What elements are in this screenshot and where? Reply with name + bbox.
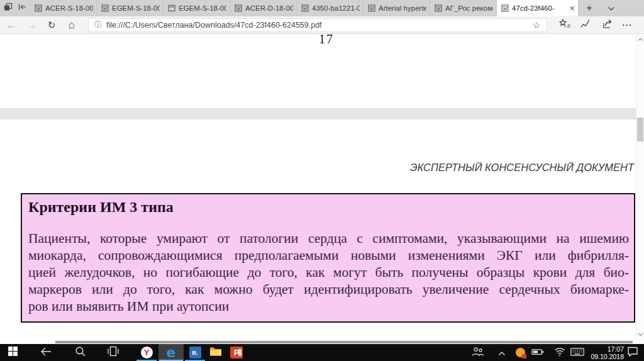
pdf-file-icon <box>435 4 442 12</box>
tab-list-menu-button[interactable] <box>600 0 623 16</box>
pdf-file-icon <box>501 4 509 12</box>
tray-show-hidden-icons-button[interactable] <box>493 344 511 361</box>
webpage-icon <box>168 4 175 12</box>
tabs-set-aside-list-button[interactable] <box>2 2 14 14</box>
yandex-browser-icon: Y <box>141 347 153 358</box>
address-bar-actions: ··· <box>555 19 638 31</box>
scroll-up-icon[interactable] <box>636 35 644 44</box>
tray-battery-button[interactable] <box>529 344 547 361</box>
file-explorer-folder-icon <box>209 347 222 359</box>
body-line: ров или выявить ИМ при аутопсии <box>28 298 629 315</box>
browser-tab[interactable]: ACER-D-18-0056 <box>230 0 297 16</box>
home-button[interactable]: ⌂ <box>62 19 82 31</box>
pdf-file-icon <box>101 4 109 12</box>
url-text[interactable]: file:///C:/Users/Светлана/Downloads/47cd… <box>106 21 526 30</box>
taskbar-back-button[interactable] <box>33 344 58 361</box>
refresh-button[interactable]: ↻ <box>42 19 62 31</box>
hub-star-list-icon <box>559 19 571 31</box>
url-field[interactable]: ⓘ file:///C:/Users/Светлана/Downloads/47… <box>88 18 547 32</box>
pdf-page-number: 17 <box>319 34 334 47</box>
chevron-down-icon <box>608 3 615 14</box>
keyboard-icon <box>570 347 584 358</box>
address-bar: ← → ↻ ⌂ ⓘ file:///C:/Users/Светлана/Down… <box>0 16 644 34</box>
body-line: миокарда, сопровождающимися предполагаем… <box>28 247 629 264</box>
app-notification-icon <box>516 348 525 357</box>
vk-icon: В. <box>189 347 201 358</box>
set-tabs-aside-button[interactable] <box>16 2 28 14</box>
hub-favorites-button[interactable] <box>555 19 575 31</box>
task-view-icon <box>107 346 119 359</box>
share-icon <box>601 19 613 31</box>
tabs-preview-icon <box>4 3 13 14</box>
forward-button[interactable]: → <box>21 19 42 30</box>
page-separator <box>0 108 636 119</box>
pdf-file-icon <box>35 4 42 12</box>
body-line: цией желудочков, но погибающие до того, … <box>28 264 629 281</box>
forward-arrow-icon: → <box>27 19 36 30</box>
pdf-file-icon <box>235 4 242 12</box>
taskbar-edge[interactable]: e <box>158 344 184 361</box>
tab-label: Arterial hypertens <box>379 4 426 12</box>
tab-label: АГ_Рос рекоменд <box>445 4 493 12</box>
tray-touch-keyboard-button[interactable] <box>569 344 586 361</box>
tab-label: EGEM-S-18-0032 <box>112 4 160 12</box>
battery-icon <box>531 347 544 358</box>
slide-glyph <box>238 349 242 356</box>
criteria-box-title: Критерии ИМ 3 типа <box>28 197 629 217</box>
search-icon <box>75 346 86 360</box>
back-arrow-icon <box>40 347 52 359</box>
settings-more-button[interactable]: ··· <box>617 19 638 31</box>
scroll-down-icon[interactable] <box>636 330 644 339</box>
browser-tab[interactable]: EGEM-S-18-0032 <box>164 0 230 16</box>
edge-browser-icon: e <box>167 346 176 360</box>
clock-date: 09.10.2018 <box>591 353 624 360</box>
taskbar-yandex-browser[interactable]: Y <box>134 344 159 361</box>
tab-label: ACER-D-18-0056 <box>245 4 293 12</box>
tab-label: 47cd-23f460- <box>512 4 565 12</box>
pdf-viewer: 17 ЭКСПЕРТНЫЙ КОНСЕНСУСНЫЙ ДОКУМЕНТ Крит… <box>0 34 644 344</box>
browser-tab[interactable]: 4350-ba1221-0be <box>297 0 364 16</box>
alert-badge <box>522 354 526 358</box>
powerpoint-icon: P <box>230 347 243 358</box>
tray-notification-app-button[interactable] <box>511 344 529 361</box>
more-dots-icon: ··· <box>623 20 633 30</box>
add-favorite-star-icon[interactable]: ☆ <box>526 20 547 30</box>
refresh-icon: ↻ <box>48 19 56 30</box>
set-aside-arrow-icon <box>18 3 27 14</box>
browser-tab[interactable]: ACER-S-18-00689 <box>30 0 97 16</box>
vertical-scrollbar-thumb[interactable] <box>637 118 643 142</box>
share-button[interactable] <box>596 19 617 31</box>
wifi-icon <box>554 347 565 358</box>
browser-tab[interactable]: АГ_Рос рекоменд <box>430 0 497 16</box>
body-line: Пациенты, которые умирают от патологии с… <box>28 230 629 247</box>
tray-people-button[interactable] <box>469 344 487 361</box>
back-button[interactable]: ← <box>1 19 21 30</box>
pdf-file-icon <box>301 4 309 12</box>
tab-close-icon[interactable]: × <box>570 0 575 16</box>
tab-bar: ACER-S-18-00689 EGEM-S-18-0032 EGEM-S-18… <box>0 0 644 16</box>
vertical-scrollbar[interactable] <box>636 34 644 340</box>
browser-tab[interactable]: EGEM-S-18-0032 <box>97 0 164 16</box>
action-center-button[interactable] <box>624 344 641 361</box>
info-icon[interactable]: ⓘ <box>94 19 102 30</box>
windows-start-icon <box>8 347 18 358</box>
chevron-up-icon <box>498 347 506 358</box>
taskbar-powerpoint[interactable]: P <box>224 344 249 361</box>
tray-wifi-button[interactable] <box>551 344 569 361</box>
web-notes-button[interactable] <box>575 19 596 31</box>
document-running-header: ЭКСПЕРТНЫЙ КОНСЕНСУСНЫЙ ДОКУМЕНТ <box>410 162 634 174</box>
home-icon: ⌂ <box>69 19 75 31</box>
people-icon <box>472 347 484 359</box>
horizontal-scrollbar-thumb[interactable] <box>55 341 633 343</box>
browser-tab-active[interactable]: 47cd-23f460- × <box>497 0 579 16</box>
taskbar-clock[interactable]: 17:07 09.10.2018 <box>585 344 624 361</box>
new-tab-button[interactable]: + <box>579 0 600 16</box>
start-button[interactable] <box>0 344 25 361</box>
task-view-button[interactable] <box>101 344 126 361</box>
browser-tab[interactable]: Arterial hypertens <box>364 0 430 16</box>
edge-browser-window: ACER-S-18-00689 EGEM-S-18-0032 EGEM-S-18… <box>0 0 644 361</box>
action-center-icon <box>627 346 638 359</box>
taskbar-search-button[interactable] <box>68 344 93 361</box>
pdf-file-icon <box>368 4 375 12</box>
criteria-box-body: Пациенты, которые умирают от патологии с… <box>28 230 629 315</box>
